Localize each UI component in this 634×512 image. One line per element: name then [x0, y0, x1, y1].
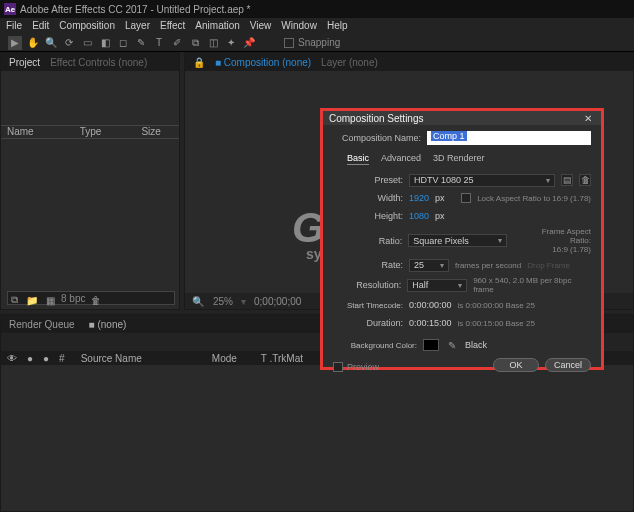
brush-tool-icon[interactable]: ✐: [170, 36, 184, 50]
close-icon[interactable]: ✕: [581, 111, 595, 125]
resolution-label: Resolution:: [333, 280, 401, 290]
drop-frame-label: Drop Frame: [527, 261, 570, 270]
width-input[interactable]: 1920: [409, 193, 429, 203]
start-timecode-input[interactable]: 0:00:00:00: [409, 300, 452, 310]
viewer-zoom[interactable]: 25%: [213, 296, 233, 307]
menu-layer[interactable]: Layer: [125, 20, 150, 32]
tab-project[interactable]: Project: [9, 57, 40, 68]
zoom-tool-icon[interactable]: 🔍: [44, 36, 58, 50]
new-comp-icon[interactable]: ▦: [43, 293, 57, 307]
roto-tool-icon[interactable]: ✦: [224, 36, 238, 50]
height-label: Height:: [333, 211, 403, 221]
preview-label: Preview: [347, 362, 379, 372]
fps-suffix: frames per second: [455, 261, 521, 270]
col-source-name[interactable]: Source Name: [81, 353, 142, 364]
height-input[interactable]: 1080: [409, 211, 429, 221]
menu-effect[interactable]: Effect: [160, 20, 185, 32]
new-folder-icon[interactable]: 📁: [25, 293, 39, 307]
preset-label: Preset:: [333, 175, 403, 185]
bg-color-swatch[interactable]: [423, 339, 439, 351]
pen-tool-icon[interactable]: ✎: [134, 36, 148, 50]
toolbar: ▶ ✋ 🔍 ⟳ ▭ ◧ ◻ ✎ T ✐ ⧉ ◫ ✦ 📌 Snapping: [0, 34, 634, 52]
eye-col-icon: 👁: [7, 353, 17, 364]
text-tool-icon[interactable]: T: [152, 36, 166, 50]
menu-window[interactable]: Window: [281, 20, 317, 32]
eyedropper-icon[interactable]: ✎: [445, 338, 459, 352]
clone-tool-icon[interactable]: ⧉: [188, 36, 202, 50]
viewer-lock-icon[interactable]: 🔒: [193, 57, 205, 68]
window-title: Adobe After Effects CC 2017 - Untitled P…: [20, 4, 251, 15]
rotate-tool-icon[interactable]: ⟳: [62, 36, 76, 50]
snapping-checkbox[interactable]: [284, 38, 294, 48]
menu-edit[interactable]: Edit: [32, 20, 49, 32]
bg-color-name: Black: [465, 340, 487, 350]
frame-aspect-label: Frame Aspect Ratio:: [519, 227, 591, 245]
hand-tool-icon[interactable]: ✋: [26, 36, 40, 50]
duration-input[interactable]: 0:00:15:00: [409, 318, 452, 328]
frame-rate-label: Rate:: [333, 260, 403, 270]
col-size[interactable]: Size: [141, 126, 160, 138]
highlight-frame: Composition Settings ✕ Composition Name:…: [320, 108, 604, 370]
composition-settings-dialog: Composition Settings ✕ Composition Name:…: [323, 111, 601, 367]
snapping-label: Snapping: [298, 37, 340, 48]
window-titlebar: Ae Adobe After Effects CC 2017 - Untitle…: [0, 0, 634, 18]
bg-color-label: Background Color:: [333, 341, 417, 350]
comp-name-label: Composition Name:: [333, 133, 421, 143]
pixel-aspect-dropdown[interactable]: Square Pixels▾: [408, 234, 507, 247]
duration-note: is 0:00:15:00 Base 25: [458, 319, 535, 328]
menu-animation[interactable]: Animation: [195, 20, 239, 32]
tab-composition-viewer[interactable]: ■ Composition (none): [215, 57, 311, 68]
cancel-button[interactable]: Cancel: [545, 358, 591, 372]
px-label: px: [435, 193, 445, 203]
magnify-icon[interactable]: 🔍: [191, 294, 205, 308]
menu-help[interactable]: Help: [327, 20, 348, 32]
frame-rate-dropdown[interactable]: 25▾: [409, 259, 449, 272]
viewer-time[interactable]: 0;00;00;00: [254, 296, 301, 307]
duration-label: Duration:: [333, 318, 403, 328]
shape-tool-icon[interactable]: ◻: [116, 36, 130, 50]
px-label-2: px: [435, 211, 445, 221]
delete-preset-icon[interactable]: 🗑: [579, 174, 591, 186]
resolution-note: 960 x 540, 2.0 MB per 8bpc frame: [473, 276, 591, 294]
interpret-footage-icon[interactable]: ⧉: [7, 293, 21, 307]
save-preset-icon[interactable]: ▤: [561, 174, 573, 186]
timeline-area[interactable]: [1, 365, 633, 511]
col-name[interactable]: Name: [7, 126, 34, 138]
col-type[interactable]: Type: [80, 126, 102, 138]
menubar: File Edit Composition Layer Effect Anima…: [0, 18, 634, 34]
pixel-aspect-label: Ratio:: [333, 236, 402, 246]
menu-composition[interactable]: Composition: [59, 20, 115, 32]
col-trkmat[interactable]: T .TrkMat: [261, 353, 303, 364]
bpc-label[interactable]: 8 bpc: [61, 293, 85, 307]
menu-view[interactable]: View: [250, 20, 272, 32]
resolution-dropdown[interactable]: Half▾: [407, 279, 467, 292]
col-mode[interactable]: Mode: [212, 353, 237, 364]
selection-tool-icon[interactable]: ▶: [8, 36, 22, 50]
label-col-icon: ●: [43, 353, 49, 364]
puppet-tool-icon[interactable]: 📌: [242, 36, 256, 50]
pan-behind-tool-icon[interactable]: ◧: [98, 36, 112, 50]
preview-checkbox[interactable]: [333, 362, 343, 372]
index-col-icon: #: [59, 353, 65, 364]
start-timecode-label: Start Timecode:: [333, 301, 403, 310]
tab-basic[interactable]: Basic: [347, 153, 369, 165]
eraser-tool-icon[interactable]: ◫: [206, 36, 220, 50]
lock-aspect-checkbox[interactable]: [461, 193, 471, 203]
dialog-title: Composition Settings: [329, 113, 424, 124]
camera-tool-icon[interactable]: ▭: [80, 36, 94, 50]
tab-advanced[interactable]: Advanced: [381, 153, 421, 165]
ok-button[interactable]: OK: [493, 358, 539, 372]
tab-timeline-none[interactable]: ■ (none): [89, 319, 127, 330]
project-panel: Project Effect Controls (none) Name Type…: [0, 52, 180, 310]
menu-file[interactable]: File: [6, 20, 22, 32]
tab-effect-controls[interactable]: Effect Controls (none): [50, 57, 147, 68]
width-label: Width:: [333, 193, 403, 203]
tab-render-queue[interactable]: Render Queue: [9, 319, 75, 330]
tab-3d-renderer[interactable]: 3D Renderer: [433, 153, 485, 165]
comp-name-input[interactable]: Comp 1: [427, 131, 591, 145]
frame-aspect-value: 16:9 (1.78): [519, 245, 591, 254]
delete-icon[interactable]: 🗑: [89, 293, 103, 307]
tab-layer-viewer[interactable]: Layer (none): [321, 57, 378, 68]
preset-dropdown[interactable]: HDTV 1080 25▾: [409, 174, 555, 187]
lock-col-icon: ●: [27, 353, 33, 364]
